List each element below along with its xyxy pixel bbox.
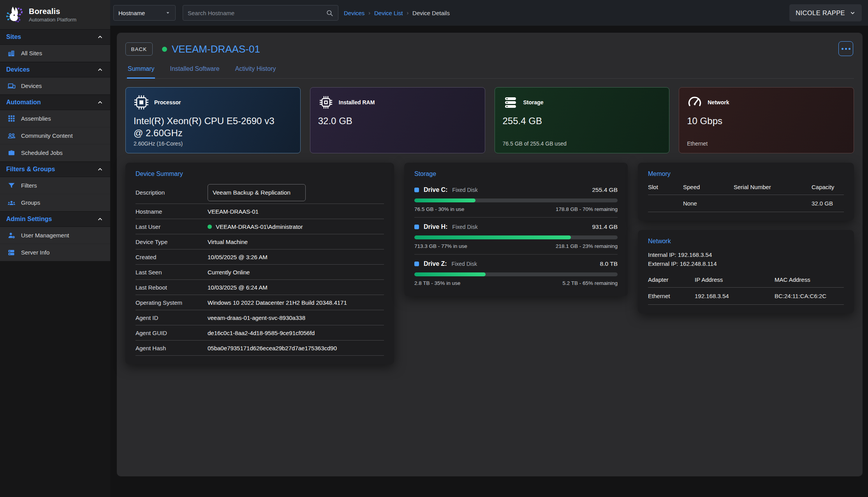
section-label: Automation: [6, 99, 41, 106]
drive-remaining-label: 178.8 GB - 70% remaining: [556, 206, 618, 212]
drive-size: 931.4 GB: [592, 223, 618, 230]
building-icon: [7, 49, 16, 58]
device-summary-row: Agent GUID de16c0c1-8aa2-4d18-9585-9ce91…: [136, 325, 384, 341]
device-summary-row: Created 10/05/2025 @ 3:26 AM: [136, 249, 384, 265]
drive-row-h: Drive H: Fixed Disk 931.4 GB 713.3 GB - …: [414, 218, 618, 255]
more-options-button[interactable]: [838, 41, 853, 56]
sidebar-item-groups[interactable]: Groups: [0, 194, 110, 211]
people-icon: [7, 132, 16, 140]
sidebar-item-community-content[interactable]: Community Content: [0, 127, 110, 144]
row-value: 10/05/2025 @ 3:26 AM: [208, 254, 384, 260]
drive-bullet-icon: [414, 262, 419, 266]
tab-summary[interactable]: Summary: [127, 63, 155, 79]
storage-panel: Storage Drive C: Fixed Disk 255.4 GB 76.…: [404, 163, 628, 296]
caret-down-icon: [165, 10, 171, 16]
breadcrumb-device-list[interactable]: Device List: [374, 10, 403, 16]
app-window: Borealis Automation Platform Sites All S…: [0, 0, 868, 497]
topbar: Hostname Devices › Device List › Device …: [110, 0, 868, 26]
storage-value: 255.4 GB: [503, 115, 651, 127]
stat-card-label: Installed RAM: [339, 99, 375, 105]
search-field-select[interactable]: Hostname: [113, 5, 176, 21]
server-icon: [7, 248, 16, 257]
sidebar-item-label: Filters: [21, 182, 37, 189]
memory-table: Slot Speed Serial Number Capacity None 3…: [648, 184, 844, 212]
sidebar-section-automation[interactable]: Automation: [0, 95, 110, 110]
network-cell-adapter: Ethernet: [648, 288, 695, 305]
row-value: 10/03/2025 @ 6:24 AM: [208, 284, 384, 291]
sidebar-item-user-management[interactable]: User Management: [0, 227, 110, 244]
brand-header[interactable]: Borealis Automation Platform: [0, 0, 110, 29]
ram-chip-icon: [318, 95, 334, 110]
drive-remaining-label: 218.1 GB - 23% remaining: [556, 243, 618, 249]
search-input[interactable]: [188, 10, 326, 16]
drive-bullet-icon: [414, 188, 419, 192]
device-summary-title: Device Summary: [136, 170, 384, 177]
device-summary-row: Agent ID veeam-draas-01-agent-svc-8930a3…: [136, 310, 384, 325]
back-button[interactable]: BACK: [125, 42, 153, 56]
row-label: Hostname: [136, 208, 208, 215]
drive-type: Fixed Disk: [452, 187, 477, 193]
drive-usage-bar: [414, 272, 618, 276]
network-header-mac: MAC Address: [775, 276, 844, 288]
tab-activity-history[interactable]: Activity History: [234, 63, 277, 78]
memory-header-speed: Speed: [683, 184, 734, 195]
drive-type: Fixed Disk: [452, 261, 477, 267]
device-summary-row: Last Reboot 10/03/2025 @ 6:24 AM: [136, 280, 384, 295]
search-box: [183, 5, 338, 21]
memory-cell-serial: [734, 195, 812, 212]
tab-installed-software[interactable]: Installed Software: [169, 63, 220, 78]
sidebar-item-all-sites[interactable]: All Sites: [0, 45, 110, 62]
user-gear-icon: [7, 231, 16, 240]
sidebar-section-devices[interactable]: Devices: [0, 62, 110, 77]
disk-stack-icon: [503, 95, 518, 110]
row-label: Last Seen: [136, 269, 208, 276]
processor-stat-card: Processor Intel(R) Xeon(R) CPU E5-2690 v…: [125, 87, 301, 153]
section-label: Filters & Groups: [6, 166, 55, 173]
sidebar-item-label: Scheduled Jobs: [21, 149, 63, 156]
sidebar-item-label: Server Info: [21, 249, 49, 256]
grid-icon: [7, 114, 16, 123]
section-label: Admin Settings: [6, 216, 52, 223]
sidebar-item-devices[interactable]: Devices: [0, 77, 110, 95]
drive-used-label: 2.8 TB - 35% in use: [414, 280, 460, 286]
device-details-card: BACK VEEAM-DRAAS-01 Summary Installed So…: [117, 33, 863, 476]
drive-name: Drive H:: [424, 223, 447, 230]
sidebar-section-sites[interactable]: Sites: [0, 29, 110, 45]
description-input[interactable]: [208, 184, 306, 201]
sidebar-section-admin-settings[interactable]: Admin Settings: [0, 211, 110, 227]
sidebar-item-assemblies[interactable]: Assemblies: [0, 110, 110, 127]
sidebar-item-scheduled-jobs[interactable]: Scheduled Jobs: [0, 144, 110, 162]
device-summary-row: Operating System Windows 10 2022 Datacen…: [136, 295, 384, 310]
page-header: BACK VEEAM-DRAAS-01: [125, 41, 854, 57]
memory-header-serial: Serial Number: [734, 184, 812, 195]
drive-size: 8.0 TB: [600, 260, 618, 267]
row-value: VEEAM-DRAAS-01\Administrator: [216, 223, 303, 230]
breadcrumb-devices[interactable]: Devices: [344, 10, 364, 16]
search-icon: [326, 9, 333, 17]
network-stat-card: Network 10 Gbps Ethernet: [679, 87, 854, 153]
row-value: Virtual Machine: [208, 239, 384, 245]
storage-stat-card: Storage 255.4 GB 76.5 GB of 255.4 GB use…: [495, 87, 670, 153]
user-menu-button[interactable]: NICOLE RAPPE: [789, 4, 862, 21]
network-cell-mac: BC:24:11:CA:C6:2C: [775, 288, 844, 305]
row-label: Last User: [136, 223, 208, 230]
device-summary-row: Agent Hash 05ba0e7935171d626ecea29b27d7a…: [136, 341, 384, 356]
memory-cell-slot: [648, 195, 683, 212]
sidebar-section-filters-groups[interactable]: Filters & Groups: [0, 162, 110, 177]
cpu-icon: [134, 95, 149, 110]
sidebar: Borealis Automation Platform Sites All S…: [0, 0, 110, 497]
speed-gauge-icon: [687, 95, 702, 110]
user-name: NICOLE RAPPE: [796, 9, 845, 17]
chevron-up-icon: [97, 99, 103, 105]
memory-panel-title: Memory: [648, 170, 844, 177]
sidebar-item-filters[interactable]: Filters: [0, 177, 110, 194]
funnel-icon: [7, 181, 16, 190]
sidebar-item-label: User Management: [21, 232, 69, 239]
memory-header-capacity: Capacity: [812, 184, 844, 195]
chevron-down-icon: [850, 10, 856, 16]
network-panel: Network Internal IP: 192.168.3.54 Extern…: [638, 230, 854, 313]
memory-header-slot: Slot: [648, 184, 683, 195]
borealis-rabbit-logo: [5, 5, 25, 25]
sidebar-item-server-info[interactable]: Server Info: [0, 244, 110, 261]
memory-panel: Memory Slot Speed Serial Number Capacity…: [638, 163, 854, 221]
